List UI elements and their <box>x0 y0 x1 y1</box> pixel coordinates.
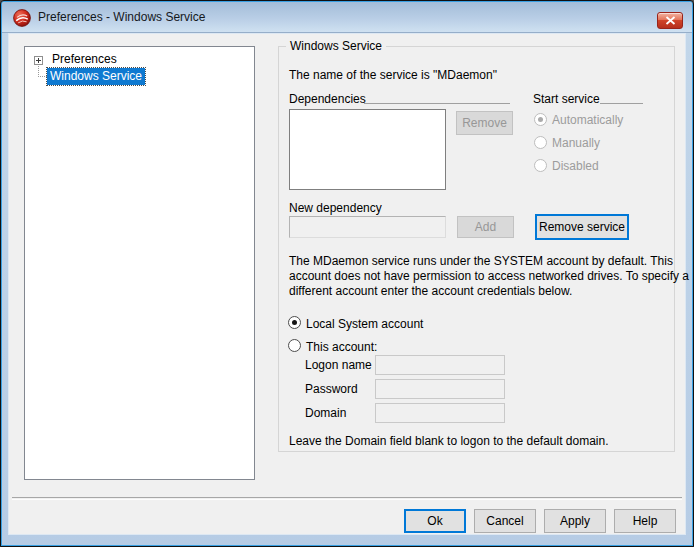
domain-note: Leave the Domain field blank to logon to… <box>289 434 609 448</box>
cancel-button[interactable]: Cancel <box>474 509 536 533</box>
close-icon[interactable] <box>657 12 683 29</box>
account-note-line3: different account enter the account cred… <box>289 284 689 299</box>
radio-manually <box>534 136 547 149</box>
tree-item-windows-service[interactable]: Windows Service <box>47 68 145 85</box>
footer-separator <box>12 497 682 499</box>
remove-service-button[interactable]: Remove service <box>535 214 629 240</box>
window-title: Preferences - Windows Service <box>38 2 205 33</box>
title-bar[interactable]: Preferences - Windows Service <box>2 2 692 33</box>
tree-item-preferences[interactable]: Preferences <box>52 52 117 66</box>
radio-local-system-account[interactable] <box>288 316 301 329</box>
domain-label: Domain <box>305 406 346 420</box>
logon-name-input <box>375 355 505 375</box>
windows-service-groupbox: Windows Service The name of the service … <box>278 46 675 452</box>
add-dependency-button: Add <box>457 216 514 238</box>
dependencies-rule <box>364 103 510 104</box>
help-button[interactable]: Help <box>614 509 676 533</box>
service-name-text: The name of the service is "MDaemon" <box>289 68 497 82</box>
radio-disabled-label: Disabled <box>552 159 599 173</box>
tree-expand-icon[interactable] <box>34 56 43 65</box>
mdaemon-logo-icon <box>13 9 31 27</box>
radio-this-account-label[interactable]: This account: <box>306 340 377 354</box>
domain-input <box>375 403 505 423</box>
groupbox-title: Windows Service <box>286 39 386 53</box>
dependencies-label: Dependencies <box>289 92 366 106</box>
dialog-body: Preferences Windows Service Windows Serv… <box>9 34 685 534</box>
account-note-line2: account does not have permission to acce… <box>289 269 689 284</box>
radio-disabled <box>534 159 547 172</box>
preferences-dialog-window: Preferences - Windows Service Preference… <box>0 0 694 547</box>
new-dependency-label: New dependency <box>289 201 382 215</box>
radio-local-system-label[interactable]: Local System account <box>306 317 423 331</box>
dependencies-listbox[interactable] <box>289 109 446 190</box>
start-service-rule <box>600 103 643 104</box>
ok-button[interactable]: Ok <box>404 509 466 533</box>
radio-automatically <box>534 113 547 126</box>
account-note-line1: The MDaemon service runs under the SYSTE… <box>289 254 689 269</box>
remove-dependency-button: Remove <box>456 111 513 135</box>
radio-automatically-label: Automatically <box>552 113 623 127</box>
password-input <box>375 379 505 399</box>
apply-button[interactable]: Apply <box>544 509 606 533</box>
new-dependency-input <box>289 216 446 238</box>
account-note: The MDaemon service runs under the SYSTE… <box>289 254 689 299</box>
radio-manually-label: Manually <box>552 136 600 150</box>
start-service-label: Start service <box>533 92 600 106</box>
tree-connector-line <box>38 66 47 77</box>
logon-name-label: Logon name <box>305 358 372 372</box>
radio-this-account[interactable] <box>288 339 301 352</box>
preferences-tree: Preferences Windows Service <box>24 46 255 480</box>
password-label: Password <box>305 382 358 396</box>
